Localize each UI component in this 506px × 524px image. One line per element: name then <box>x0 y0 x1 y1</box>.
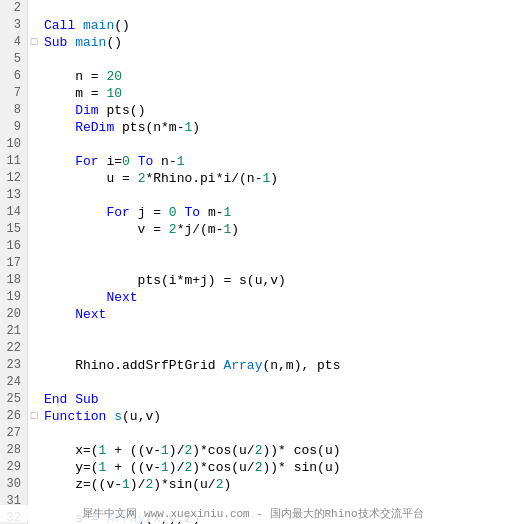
code-content <box>40 0 506 17</box>
line-number: 3 <box>0 17 28 34</box>
token: Rhino.addSrfPtGrid <box>44 358 223 373</box>
code-content: v = 2*j/(m-1) <box>40 221 506 238</box>
fold-icon <box>28 204 40 221</box>
token: For <box>106 205 137 220</box>
fold-icon <box>28 221 40 238</box>
token: m- <box>200 205 223 220</box>
token: 2 <box>255 460 263 475</box>
line-row: 13 <box>0 187 506 204</box>
code-content <box>40 340 506 357</box>
code-content: Rhino.addSrfPtGrid Array(n,m), pts <box>40 357 506 374</box>
token: z=((v- <box>44 477 122 492</box>
fold-icon <box>28 289 40 306</box>
line-row: 5 <box>0 51 506 68</box>
line-number: 21 <box>0 323 28 340</box>
code-content <box>40 238 506 255</box>
code-content: Sub main() <box>40 34 506 51</box>
code-content: z=((v-1)/2)*sin(u/2) <box>40 476 506 493</box>
line-row: 28 x=(1 + ((v-1)/2)*cos(u/2))* cos(u) <box>0 442 506 459</box>
fold-icon <box>28 255 40 272</box>
code-content <box>40 425 506 442</box>
fold-icon <box>28 51 40 68</box>
token: main <box>83 18 114 33</box>
fold-icon[interactable]: □ <box>28 34 40 51</box>
fold-icon <box>28 136 40 153</box>
line-number: 8 <box>0 102 28 119</box>
line-number: 18 <box>0 272 28 289</box>
token: pts() <box>106 103 145 118</box>
line-row: 30 z=((v-1)/2)*sin(u/2) <box>0 476 506 493</box>
token: (x,y,z) <box>145 511 200 524</box>
token: Call <box>44 18 83 33</box>
line-number: 13 <box>0 187 28 204</box>
token: *Rhino.pi*i/(n- <box>145 171 262 186</box>
code-content <box>40 136 506 153</box>
code-content: For i=0 To n-1 <box>40 153 506 170</box>
token: s = <box>44 511 106 524</box>
token: 2 <box>169 222 177 237</box>
line-row: 20 Next <box>0 306 506 323</box>
token: v = <box>44 222 169 237</box>
code-content: n = 20 <box>40 68 506 85</box>
token: + ((v- <box>106 460 161 475</box>
token: s <box>114 409 122 424</box>
fold-icon <box>28 238 40 255</box>
token: To <box>138 154 154 169</box>
line-number: 32 <box>0 510 28 524</box>
line-row: 14 For j = 0 To m-1 <box>0 204 506 221</box>
line-number: 25 <box>0 391 28 408</box>
fold-icon <box>28 425 40 442</box>
line-row: 22 <box>0 340 506 357</box>
line-number: 28 <box>0 442 28 459</box>
token: y=( <box>44 460 99 475</box>
token: )*cos(u/ <box>192 460 254 475</box>
code-editor: 2 3Call main()4□Sub main()5 6 n = 207 m … <box>0 0 506 524</box>
token: 20 <box>106 69 122 84</box>
line-number: 17 <box>0 255 28 272</box>
line-number: 5 <box>0 51 28 68</box>
token: )*cos(u/ <box>192 443 254 458</box>
line-row: 8 Dim pts() <box>0 102 506 119</box>
line-row: 16 <box>0 238 506 255</box>
code-content: pts(i*m+j) = s(u,v) <box>40 272 506 289</box>
line-number: 31 <box>0 493 28 510</box>
line-number: 7 <box>0 85 28 102</box>
line-number: 6 <box>0 68 28 85</box>
line-row: 2 <box>0 0 506 17</box>
token: n = <box>44 69 106 84</box>
token: 10 <box>106 86 122 101</box>
fold-icon <box>28 493 40 510</box>
line-row: 3Call main() <box>0 17 506 34</box>
line-row: 11 For i=0 To n-1 <box>0 153 506 170</box>
line-row: 25End Sub <box>0 391 506 408</box>
line-row: 12 u = 2*Rhino.pi*i/(n-1) <box>0 170 506 187</box>
code-content <box>40 51 506 68</box>
code-content <box>40 255 506 272</box>
code-content: Function s(u,v) <box>40 408 506 425</box>
line-row: 26□Function s(u,v) <box>0 408 506 425</box>
line-number: 15 <box>0 221 28 238</box>
line-number: 10 <box>0 136 28 153</box>
fold-icon <box>28 85 40 102</box>
token: ) <box>223 477 231 492</box>
fold-icon <box>28 476 40 493</box>
line-row: 15 v = 2*j/(m-1) <box>0 221 506 238</box>
token: () <box>114 18 130 33</box>
token: Next <box>75 307 106 322</box>
fold-icon <box>28 170 40 187</box>
code-content: u = 2*Rhino.pi*i/(n-1) <box>40 170 506 187</box>
token: ) <box>231 222 239 237</box>
token: ) <box>192 120 200 135</box>
line-row: 4□Sub main() <box>0 34 506 51</box>
code-content: m = 10 <box>40 85 506 102</box>
fold-icon <box>28 272 40 289</box>
fold-icon <box>28 510 40 524</box>
token: () <box>106 35 122 50</box>
fold-icon <box>28 102 40 119</box>
line-number: 12 <box>0 170 28 187</box>
fold-icon[interactable]: □ <box>28 408 40 425</box>
code-content: End Sub <box>40 391 506 408</box>
token: End Sub <box>44 392 99 407</box>
token: )*sin(u/ <box>153 477 215 492</box>
line-number: 30 <box>0 476 28 493</box>
